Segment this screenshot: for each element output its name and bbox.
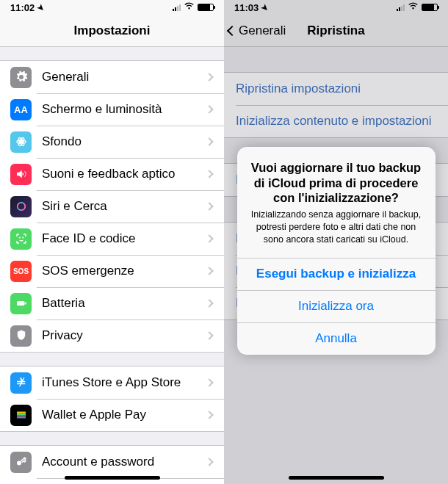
reset-label: Ripristina impostazioni <box>236 82 361 96</box>
location-icon: ➤ <box>35 1 47 13</box>
wifi-icon <box>184 2 195 12</box>
row-appstore[interactable]: iTunes Store e App Store <box>0 366 224 399</box>
settings-group-1: iTunes Store e App Store Wallet e Apple … <box>0 366 224 432</box>
wallpaper-icon <box>10 131 32 153</box>
row-label: Account e password <box>42 455 206 469</box>
alert-dialog: Vuoi aggiornare il tuo backup di iCloud … <box>237 147 436 355</box>
chevron-right-icon <box>205 411 213 419</box>
svg-rect-9 <box>25 303 26 305</box>
status-bar: 11:03 ➤ <box>224 0 448 15</box>
row-wallet[interactable]: Wallet e Apple Pay <box>0 399 224 431</box>
text-size-icon: AA <box>10 99 32 120</box>
privacy-icon <box>10 325 32 347</box>
svg-point-14 <box>17 461 21 466</box>
gear-icon <box>10 67 32 88</box>
row-faceid[interactable]: Face ID e codice <box>0 223 224 255</box>
row-schermo[interactable]: AASchermo e luminosità <box>0 93 224 126</box>
chevron-right-icon <box>205 331 213 339</box>
battery-icon <box>198 4 214 11</box>
status-time: 11:03 <box>234 2 259 13</box>
reset-group-0: Ripristina impostazioni Inizializza cont… <box>224 72 448 138</box>
chevron-right-icon <box>205 137 213 145</box>
chevron-left-icon <box>227 25 237 35</box>
appstore-icon <box>10 372 32 394</box>
svg-point-6 <box>19 237 20 238</box>
sos-icon: SOS <box>10 261 32 282</box>
page-title: Impostazioni <box>74 24 151 38</box>
wallet-icon <box>10 405 32 426</box>
location-icon: ➤ <box>259 1 271 13</box>
cell-signal-icon <box>173 4 181 11</box>
svg-rect-11 <box>17 413 26 415</box>
nav-bar: Impostazioni <box>0 15 224 47</box>
reset-row[interactable]: Ripristina impostazioni <box>224 73 448 105</box>
nav-bar: Generali Ripristina <box>224 15 448 47</box>
row-label: Schermo e luminosità <box>42 102 206 117</box>
alert-title: Vuoi aggiornare il tuo backup di iCloud … <box>249 160 424 206</box>
battery-settings-icon <box>10 293 32 314</box>
alert-button-cancel[interactable]: Annulla <box>237 322 436 355</box>
alert-button-backup[interactable]: Esegui backup e inizializza <box>237 258 436 290</box>
row-label: Wallet e Apple Pay <box>42 408 206 422</box>
svg-rect-8 <box>17 301 25 306</box>
key-icon <box>10 452 32 473</box>
alert-button-erase-now[interactable]: Inizializza ora <box>237 290 436 322</box>
back-button[interactable]: Generali <box>228 24 286 38</box>
row-account[interactable]: Account e password <box>0 446 224 478</box>
chevron-right-icon <box>205 105 213 113</box>
svg-point-7 <box>22 237 23 238</box>
row-sfondo[interactable]: Sfondo <box>0 126 224 158</box>
cell-signal-icon <box>397 4 405 11</box>
chevron-right-icon <box>205 73 213 81</box>
row-label: Generali <box>42 70 206 84</box>
chevron-right-icon <box>205 267 213 275</box>
row-siri[interactable]: Siri e Cerca <box>0 190 224 223</box>
faceid-icon <box>10 228 32 250</box>
home-indicator[interactable] <box>65 476 160 480</box>
chevron-right-icon <box>205 234 213 242</box>
row-label: Siri e Cerca <box>42 199 206 214</box>
row-label: Sfondo <box>42 134 206 149</box>
home-indicator[interactable] <box>289 476 384 480</box>
row-label: Suoni e feedback aptico <box>42 167 206 181</box>
row-label: SOS emergenze <box>42 264 206 278</box>
alert-message: Inizializzando senza aggiornare il backu… <box>249 209 424 246</box>
row-label: Privacy <box>42 328 206 343</box>
svg-rect-12 <box>17 415 26 416</box>
chevron-right-icon <box>205 458 213 466</box>
svg-rect-10 <box>17 412 26 413</box>
page-title: Ripristina <box>307 24 364 38</box>
row-label: Batteria <box>42 296 206 311</box>
row-suoni[interactable]: Suoni e feedback aptico <box>0 158 224 190</box>
chevron-right-icon <box>205 378 213 386</box>
battery-icon <box>422 4 438 11</box>
row-generali[interactable]: Generali <box>0 61 224 93</box>
row-sos[interactable]: SOSSOS emergenze <box>0 255 224 287</box>
siri-icon <box>10 196 32 217</box>
row-label: Face ID e codice <box>42 231 206 246</box>
back-label: Generali <box>239 24 286 38</box>
reset-label: Inizializza contenuto e impostazioni <box>236 114 431 129</box>
reset-row[interactable]: Inizializza contenuto e impostazioni <box>224 105 448 137</box>
chevron-right-icon <box>205 202 213 210</box>
svg-rect-13 <box>17 416 26 418</box>
status-bar: 11:02 ➤ <box>0 0 224 15</box>
chevron-right-icon <box>205 299 213 307</box>
row-batteria[interactable]: Batteria <box>0 287 224 319</box>
status-time: 11:02 <box>10 2 35 13</box>
wifi-icon <box>408 2 419 12</box>
row-label: iTunes Store e App Store <box>42 375 206 390</box>
row-privacy[interactable]: Privacy <box>0 319 224 352</box>
settings-group-0: Generali AASchermo e luminosità Sfondo S… <box>0 60 224 353</box>
sound-icon <box>10 164 32 185</box>
chevron-right-icon <box>205 170 213 178</box>
